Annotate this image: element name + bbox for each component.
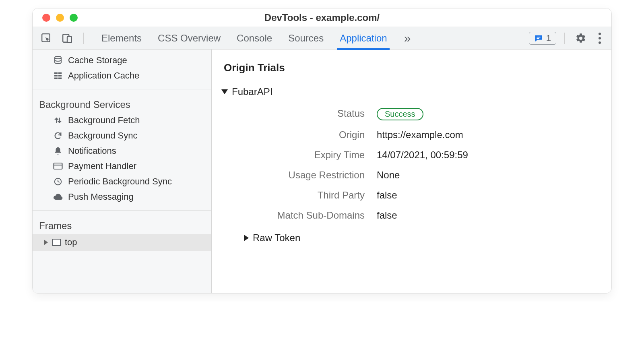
val-expiry: 14/07/2021, 00:59:59 [377,149,599,161]
clock-icon [53,176,63,187]
trial-header[interactable]: FubarAPI [221,86,599,97]
tab-elements[interactable]: Elements [101,27,142,50]
val-match-subdomains: false [377,210,599,221]
sidebar-item-label: Application Cache [68,70,139,81]
status-badge: Success [377,108,423,120]
sidebar-item-frame-top[interactable]: top [33,234,211,251]
svg-rect-10 [54,78,58,79]
val-origin: https://example.com [377,129,599,141]
sidebar-item-cache-storage[interactable]: Cache Storage [33,53,211,68]
frame-label: top [65,237,77,248]
svg-rect-2 [67,36,72,42]
sidebar-item-payment-handler[interactable]: Payment Handler [33,159,211,174]
key-origin: Origin [228,129,365,141]
sidebar-heading-frames: Frames [33,214,211,234]
tabs-overflow-icon[interactable]: » [404,32,411,44]
device-toggle-icon[interactable] [59,30,75,46]
sidebar: Cache Storage Application Cache Backgro [33,50,212,293]
more-menu-icon[interactable] [594,30,606,46]
tabbar-left: Elements CSS Overview Console Sources Ap… [38,27,411,50]
sidebar-item-label: Background Fetch [68,115,140,126]
sidebar-item-label: Periodic Background Sync [68,176,172,187]
sidebar-divider [33,89,211,89]
double-arrow-icon [53,115,63,126]
sidebar-group-background-services: Background Services Background Fetch [33,93,211,207]
svg-rect-9 [58,75,62,76]
svg-rect-6 [54,72,58,74]
grid-icon [53,70,63,81]
tab-application[interactable]: Application [340,27,387,50]
val-status: Success [377,108,599,120]
settings-gear-icon[interactable] [573,30,589,46]
message-icon [534,34,543,43]
sidebar-group-cache: Cache Storage Application Cache [33,53,211,86]
key-status: Status [228,108,365,120]
sidebar-item-label: Payment Handler [68,161,136,172]
svg-rect-4 [537,38,539,39]
svg-rect-11 [58,78,62,79]
val-third-party: false [377,190,599,201]
svg-rect-8 [54,75,58,76]
sidebar-heading-background-services: Background Services [33,93,211,113]
titlebar: DevTools - example.com/ [33,8,611,27]
sync-icon [53,130,63,141]
issues-badge[interactable]: 1 [529,32,556,45]
issues-count: 1 [546,33,551,43]
devtools-window: DevTools - example.com/ Elements CSS Ove… [32,8,612,293]
sidebar-group-frames: Frames top [33,214,211,253]
cloud-icon [53,192,63,202]
trial-name: FubarAPI [232,86,272,97]
tab-console[interactable]: Console [237,27,272,50]
tabbar-right: 1 [529,30,606,46]
sidebar-item-label: Notifications [68,146,116,156]
panel-title: Origin Trials [224,62,599,74]
svg-rect-12 [54,163,62,169]
sidebar-item-application-cache[interactable]: Application Cache [33,68,211,83]
key-third-party: Third Party [228,190,365,201]
tabbar-separator-right [564,33,565,44]
inspect-element-icon[interactable] [38,30,54,46]
database-icon [53,55,63,66]
sidebar-item-label: Push Messaging [68,192,134,202]
svg-rect-7 [58,72,62,74]
tab-css-overview[interactable]: CSS Overview [158,27,221,50]
raw-token-row[interactable]: Raw Token [244,232,599,244]
sidebar-item-periodic-background-sync[interactable]: Periodic Background Sync [33,174,211,189]
tabs: Elements CSS Overview Console Sources Ap… [101,27,387,50]
tabbar: Elements CSS Overview Console Sources Ap… [33,27,611,50]
tab-sources[interactable]: Sources [288,27,324,50]
sidebar-item-notifications[interactable]: Notifications [33,143,211,159]
bell-icon [53,146,63,156]
svg-point-5 [55,56,61,59]
sidebar-item-push-messaging[interactable]: Push Messaging [33,189,211,205]
disclosure-right-icon [244,235,249,241]
tabbar-separator [83,33,84,44]
val-usage: None [377,169,599,181]
sidebar-item-background-fetch[interactable]: Background Fetch [33,113,211,128]
key-expiry: Expiry Time [228,149,365,161]
window-close-button[interactable] [42,14,50,22]
window-title: DevTools - example.com/ [33,12,611,23]
traffic-lights [33,14,78,22]
trial-details: Status Success Origin https://example.co… [228,108,599,221]
sidebar-item-label: Cache Storage [68,55,127,66]
sidebar-item-label: Background Sync [68,130,137,141]
sidebar-item-background-sync[interactable]: Background Sync [33,128,211,143]
credit-card-icon [53,161,63,172]
disclosure-down-icon [221,89,228,94]
window-minimize-button[interactable] [56,14,64,22]
frame-icon [52,239,61,246]
disclosure-right-icon [44,240,48,245]
sidebar-divider [33,210,211,211]
window-maximize-button[interactable] [70,14,78,22]
key-usage: Usage Restriction [228,169,365,181]
body: Cache Storage Application Cache Backgro [33,50,611,293]
svg-rect-3 [537,37,540,37]
key-match-subdomains: Match Sub-Domains [228,210,365,221]
raw-token-label: Raw Token [253,232,300,244]
main-panel: Origin Trials FubarAPI Status Success Or… [212,50,611,293]
